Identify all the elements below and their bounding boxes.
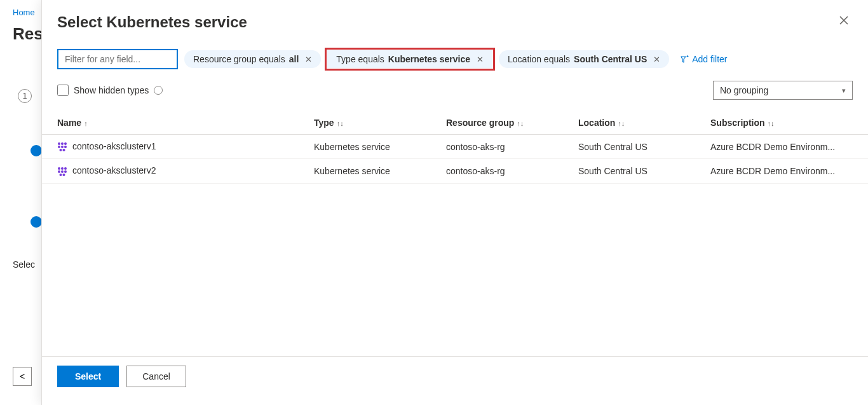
pill-label: Type equals [336,54,384,64]
svg-point-6 [60,149,62,151]
grouping-dropdown[interactable]: No grouping ▾ [713,81,853,100]
filter-search-input[interactable] [57,49,178,69]
show-hidden-types-checkbox[interactable] [57,85,69,96]
table-row[interactable]: contoso-aksclusterv2Kubernetes serviceco… [42,159,868,183]
pill-value: South Central US [574,54,647,64]
sort-icon: ↑ [84,120,88,127]
sort-icon: ↑↓ [517,120,524,127]
svg-point-13 [64,170,67,173]
pill-value: all [289,54,299,64]
svg-point-10 [64,167,67,170]
filter-plus-icon [681,55,689,64]
step-circle: 1 [18,89,32,103]
panel-title: Select Kubernetes service [57,13,247,31]
grouping-value: No grouping [720,85,768,95]
cell-subscription: Azure BCDR Demo Environm... [703,159,868,183]
kubernetes-service-icon [57,142,67,152]
col-type-label: Type [314,118,334,128]
results-table-wrap: Name↑ Type↑↓ Resource group↑↓ Location↑↓… [42,106,868,356]
svg-point-2 [64,142,67,145]
svg-point-15 [63,174,65,176]
col-subscription[interactable]: Subscription↑↓ [703,111,868,135]
pill-value: Kubernetes service [388,54,470,64]
selected-label-truncated: Selec [13,259,35,270]
info-icon[interactable] [154,86,163,95]
sort-icon: ↑↓ [337,120,344,127]
svg-point-7 [63,149,65,151]
remove-filter-icon[interactable]: ✕ [305,55,312,64]
svg-point-1 [61,142,64,145]
add-filter-label: Add filter [692,54,727,64]
add-filter-button[interactable]: Add filter [675,50,732,68]
cell-name: contoso-aksclusterv2 [42,159,306,183]
filter-pill-location[interactable]: Location equals South Central US ✕ [499,50,669,68]
filter-pill-resource-group[interactable]: Resource group equals all ✕ [184,50,321,68]
col-name[interactable]: Name↑ [42,111,306,135]
svg-point-4 [61,146,64,148]
previous-button[interactable]: < [13,367,32,386]
col-name-label: Name [57,118,81,128]
table-header-row: Name↑ Type↑↓ Resource group↑↓ Location↑↓… [42,111,868,135]
col-type[interactable]: Type↑↓ [306,111,438,135]
options-bar: Show hidden types No grouping ▾ [42,74,868,106]
svg-point-0 [58,142,60,145]
results-table: Name↑ Type↑↓ Resource group↑↓ Location↑↓… [42,111,868,184]
col-resource-group[interactable]: Resource group↑↓ [438,111,571,135]
cancel-button[interactable]: Cancel [126,366,186,387]
cell-type: Kubernetes service [306,135,438,159]
svg-point-11 [58,170,60,173]
remove-filter-icon[interactable]: ✕ [653,55,660,64]
wizard-step-1: 1 [18,89,32,103]
cell-name: contoso-aksclusterv1 [42,135,306,159]
col-loc-label: Location [578,118,615,128]
info-icon [31,216,42,228]
svg-point-3 [58,146,60,148]
svg-point-8 [58,167,60,170]
col-sub-label: Subscription [710,118,765,128]
cell-resource-group: contoso-aks-rg [438,135,571,159]
svg-point-14 [60,174,62,176]
chevron-down-icon: ▾ [842,86,846,95]
filter-bar: Resource group equals all ✕ Type equals … [42,38,868,74]
panel-footer: Select Cancel [42,356,868,405]
select-service-panel: Select Kubernetes service Resource group… [41,0,868,405]
pill-label: Location equals [508,54,570,64]
panel-header: Select Kubernetes service [42,0,868,38]
table-row[interactable]: contoso-aksclusterv1Kubernetes serviceco… [42,135,868,159]
filter-pill-type[interactable]: Type equals Kubernetes service ✕ [327,50,492,68]
svg-point-5 [64,146,67,148]
breadcrumb-home[interactable]: Home [13,8,35,17]
close-button[interactable] [835,11,853,32]
sort-icon: ↑↓ [768,120,775,127]
remove-filter-icon[interactable]: ✕ [477,55,484,64]
select-button[interactable]: Select [57,366,119,387]
svg-point-9 [61,167,64,170]
pill-label: Resource group equals [193,54,285,64]
cell-subscription: Azure BCDR Demo Environm... [703,135,868,159]
cell-location: South Central US [571,159,703,183]
sort-icon: ↑↓ [618,120,625,127]
cell-resource-group: contoso-aks-rg [438,159,571,183]
close-icon [839,15,849,25]
info-icon [31,145,42,156]
col-rg-label: Resource group [446,118,514,128]
page-title-truncated: Res [13,24,43,44]
svg-point-12 [61,170,64,173]
kubernetes-service-icon [57,167,67,177]
cell-type: Kubernetes service [306,159,438,183]
cell-location: South Central US [571,135,703,159]
col-location[interactable]: Location↑↓ [571,111,703,135]
show-hidden-types[interactable]: Show hidden types [57,85,163,96]
show-hidden-types-label: Show hidden types [74,85,149,95]
